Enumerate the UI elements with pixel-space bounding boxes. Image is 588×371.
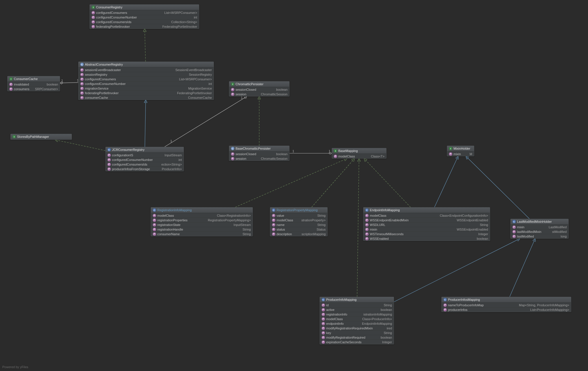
node-header[interactable]: CProducerInfosMapping — [442, 297, 571, 303]
property-row[interactable]: Pactiveboolean — [320, 307, 394, 312]
node-header[interactable]: CLastModifiedMixinHolder — [511, 219, 568, 225]
property-row[interactable]: PWSSEnabledboolean — [363, 236, 490, 241]
node-title: ConsumerCache — [14, 77, 38, 81]
node-consumerRegistry[interactable]: IConsumerRegistryPconfiguredConsumersLis… — [89, 4, 199, 29]
node-header[interactable]: IMixinHolder — [447, 146, 474, 151]
node-header[interactable]: CEndpointInfoMapping — [363, 207, 490, 213]
node-header[interactable]: IConsumerCache — [8, 76, 60, 82]
node-header[interactable]: CAbstractConsumerRegistry — [79, 62, 214, 67]
edge[interactable] — [510, 239, 535, 297]
property-type: M — [470, 152, 472, 156]
edge[interactable] — [55, 140, 105, 151]
property-row[interactable]: PconfiguredConsumersList<WSRPConsumer> — [79, 77, 214, 81]
property-row[interactable]: PsessionClosedboolean — [229, 87, 289, 92]
property-row[interactable]: PfederatingPortletInvokerFederatingPortl… — [90, 24, 199, 29]
property-row[interactable]: PproducerInfosList<ProducerInfoMapping> — [442, 307, 571, 312]
property-row[interactable]: PlastModifiedMixinstModified — [511, 229, 568, 234]
property-row[interactable]: PmodelClassstrationProperty> — [270, 218, 327, 222]
node-producerInfoMapping[interactable]: CProducerInfoMappingPidStringPactivebool… — [320, 297, 394, 344]
property-row[interactable]: PlastModifiedlong — [511, 234, 568, 238]
property-row[interactable]: PregistrationHandleString — [151, 227, 253, 231]
property-row[interactable]: PsessionEventBroadcasterSessionEventBroa… — [79, 67, 214, 72]
property-row[interactable]: PnameToProducerInfoMapMap<String, Produc… — [442, 303, 571, 307]
property-row[interactable]: PconfiguredConsumersIdsCollection<String… — [90, 19, 199, 24]
property-row[interactable]: PWSSEndpointEnabledMixinWSSEndpointEnabl… — [363, 218, 490, 222]
property-row[interactable]: PmodelClassClass<T> — [332, 154, 386, 158]
property-row[interactable]: PproducerInfosFromStorageProducerInfo> — [106, 166, 184, 171]
property-row[interactable]: PconfiguredConsumerNumberint — [90, 15, 199, 19]
property-row[interactable]: PfederatingPortletInvokerFederatingPortl… — [79, 90, 214, 95]
node-jcrConsumerRegistry[interactable]: CJCRConsumerRegistryPconfigurationISInpu… — [105, 147, 184, 171]
node-endpointInfoMapping[interactable]: CEndpointInfoMappingPmodelClassClass<End… — [363, 207, 490, 241]
property-row[interactable]: PconfiguredConsumersIdsection<String> — [106, 162, 184, 166]
node-header[interactable]: CRegistrationInfoMapping — [151, 207, 253, 213]
edge[interactable] — [165, 97, 247, 147]
property-row[interactable]: PmixinWSSEndpointEnabled — [363, 227, 490, 231]
node-mixinHolder[interactable]: IMixinHolderPmixinM — [447, 146, 474, 156]
property-row[interactable]: PkeyString — [320, 330, 394, 335]
property-row[interactable]: PmodifyRegistrationRequiredboolean — [320, 335, 394, 340]
node-header[interactable]: IBaseMapping — [332, 148, 386, 154]
node-consumerCache[interactable]: IConsumerCachePinvalidatedbooleanPconsum… — [7, 76, 60, 91]
node-registrationPropertyMapping[interactable]: CRegistrationPropertyMappingPvalueString… — [270, 207, 328, 236]
node-header[interactable]: IChromatticPersister — [229, 81, 289, 87]
property-row[interactable]: PstatusStatus — [270, 227, 327, 231]
property-row[interactable]: PmigrationServiceMigrationService — [79, 86, 214, 90]
node-header[interactable]: CRegistrationPropertyMapping — [270, 207, 327, 213]
property-row[interactable]: PWSDLURLString — [363, 222, 490, 227]
diagram-canvas[interactable]: 111111 IConsumerRegistryPconfiguredConsu… — [0, 0, 588, 371]
node-registrationInfoMapping[interactable]: CRegistrationInfoMappingPmodelClassClass… — [151, 207, 253, 236]
property-row[interactable]: PregistrationInfoistrationInfoMapping — [320, 312, 394, 316]
property-row[interactable]: PnameString — [270, 222, 327, 227]
node-producerInfosMapping[interactable]: CProducerInfosMappingPnameToProducerInfo… — [441, 297, 571, 312]
edge[interactable] — [235, 159, 347, 207]
edge[interactable] — [434, 156, 458, 207]
property-row[interactable]: PmixinLastModified — [511, 225, 568, 229]
property-row[interactable]: PsessionChromatticSession — [229, 92, 289, 96]
node-header[interactable]: CJCRConsumerRegistry — [106, 147, 184, 153]
node-header[interactable]: CBaseChromatticPersister — [229, 146, 289, 151]
edge[interactable] — [145, 29, 145, 62]
node-header[interactable]: IConsumerRegistry — [90, 5, 199, 10]
property-row[interactable]: PmodelClassClass<RegistrationInfo> — [151, 213, 253, 218]
node-lastModifiedMixinHolder[interactable]: CLastModifiedMixinHolderPmixinLastModifi… — [510, 219, 569, 239]
node-baseChromatticPersister[interactable]: CBaseChromatticPersisterPsessionClosedbo… — [229, 146, 290, 161]
edge[interactable] — [145, 100, 146, 147]
property-row[interactable]: PsessionClosedboolean — [229, 151, 289, 156]
property-row[interactable]: PconfigurationISInputStream — [106, 153, 184, 157]
property-row[interactable]: PmodifyRegistrationRequiredMixinired — [320, 326, 394, 330]
edge[interactable] — [394, 239, 520, 302]
property-row[interactable]: PmodelClassClass<EndpointConfigurationIn… — [363, 213, 490, 218]
property-row[interactable]: Pinvalidatedboolean — [8, 82, 60, 86]
property-row[interactable]: PsessionChromatticSession — [229, 156, 289, 161]
property-row[interactable]: PconsumerCacheConsumerCache — [79, 95, 214, 100]
property-row[interactable]: PregistrationStateInputStream — [151, 222, 253, 227]
property-row[interactable]: PidString — [320, 303, 394, 307]
property-row[interactable]: PmodelClassClass<ProducerInfo> — [320, 316, 394, 321]
node-header[interactable]: CProducerInfoMapping — [320, 297, 394, 303]
property-row[interactable]: PdescriptionscriptionMapping — [270, 231, 327, 236]
property-row[interactable]: PvalueString — [270, 213, 327, 218]
property-row[interactable]: PmixinM — [447, 151, 474, 156]
edge[interactable] — [60, 83, 78, 83]
property-row[interactable]: PconfiguredConsumerNumberint — [79, 81, 214, 86]
property-row[interactable]: PconsumerNameString — [151, 231, 253, 236]
property-type: boolean — [276, 88, 288, 91]
node-header[interactable]: IStoresByPathManager — [11, 134, 72, 140]
edge[interactable] — [357, 159, 359, 297]
property-row[interactable]: PsessionRegistrySessionRegistry — [79, 72, 214, 77]
node-abstractConsumerRegistry[interactable]: CAbstractConsumerRegistryPsessionEventBr… — [78, 62, 214, 100]
property-row[interactable]: PconsumersSRPConsumer> — [8, 86, 60, 91]
property-row[interactable]: PconfiguredConsumersList<WSRPConsumer> — [90, 10, 199, 15]
property-row[interactable]: PregistrationPropertiesRegistrationPrope… — [151, 218, 253, 222]
property-row[interactable]: PconfiguredConsumerNumberint — [106, 157, 184, 162]
node-chromatticPersister[interactable]: IChromatticPersisterPsessionClosedboolea… — [229, 81, 290, 97]
edges-layer: 111111 — [0, 0, 588, 371]
node-storesByPathManager[interactable]: IStoresByPathManager — [10, 134, 72, 140]
node-baseMapping[interactable]: IBaseMappingPmodelClassClass<T> — [332, 148, 387, 159]
property-row[interactable]: PWSTimeoutMillisecondsInteger — [363, 231, 490, 236]
edge[interactable] — [364, 159, 410, 207]
property-row[interactable]: PexpirationCacheSecondsInteger — [320, 340, 394, 344]
property-row[interactable]: PendpointInfoEndpointInfoMapping — [320, 321, 394, 326]
edge[interactable] — [312, 159, 354, 207]
